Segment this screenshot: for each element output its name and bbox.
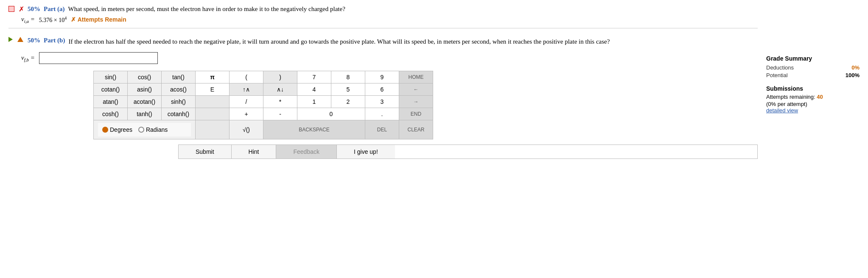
part-a-question: What speed, in meters per second, must t… (68, 4, 345, 14)
close-paren-button[interactable]: ) (263, 71, 297, 83)
acos-button[interactable]: acos() (162, 83, 196, 96)
minus-button[interactable]: - (263, 108, 297, 120)
content-area: ✗ 50% Part (a) What speed, in meters per… (8, 4, 758, 159)
main-container: ✗ 50% Part (a) What speed, in meters per… (0, 0, 868, 163)
num-5-button[interactable]: 5 (331, 83, 365, 96)
potential-label: Potential (766, 72, 788, 78)
detailed-view-label[interactable]: detailed view (766, 107, 798, 114)
calc-row-2: cotan() asin() acos() E ↑∧ ∧↓ 4 5 6 ← (94, 83, 433, 96)
potential-value: 100% (846, 72, 860, 78)
num-3-button[interactable]: 3 (365, 96, 399, 108)
calc-row-1: sin() cos() tan() π ( ) 7 8 9 HOME (94, 71, 433, 83)
part-b-header-row: 50% Part (b) If the electron has half th… (8, 37, 758, 47)
num-1-button[interactable]: 1 (297, 96, 331, 108)
cosh-button[interactable]: cosh() (94, 108, 128, 120)
radians-radio-button[interactable] (138, 127, 144, 133)
tanh-button[interactable]: tanh() (128, 108, 162, 120)
num-0-button[interactable]: 0 (297, 108, 365, 120)
calc-row-5: Degrees Radians √() BACKSPA (94, 120, 433, 139)
right-arrow-button[interactable]: → (399, 96, 433, 108)
feedback-button[interactable]: Feedback (276, 145, 336, 158)
del-button[interactable]: DEL (365, 120, 399, 139)
part-a-header-row: ✗ 50% Part (a) What speed, in meters per… (8, 4, 758, 14)
tan-button[interactable]: tan() (162, 71, 196, 83)
num-8-button[interactable]: 8 (331, 71, 365, 83)
cotan-button[interactable]: cotan() (94, 83, 128, 96)
num-9-button[interactable]: 9 (365, 71, 399, 83)
radio-group: Degrees Radians (98, 123, 191, 136)
cotanh-button[interactable]: cotanh() (162, 108, 196, 120)
sinh-button[interactable]: sinh() (162, 96, 196, 108)
play-icon (8, 37, 13, 42)
submissions-title: Submissions (766, 85, 860, 92)
hint-button[interactable]: Hint (232, 145, 277, 158)
attempts-label: Attempts remaining: (766, 94, 815, 100)
attempts-remaining-row: Attempts remaining: 40 (766, 94, 860, 100)
sqrt-button[interactable]: √() (230, 120, 263, 139)
sin-button[interactable]: sin() (94, 71, 128, 83)
part-a-label: Part (a) (44, 6, 65, 13)
calc-row-3: atan() acotan() sinh() / * 1 2 3 → (94, 96, 433, 108)
warning-icon (17, 37, 23, 42)
backspace-arrow-button[interactable]: ← (399, 83, 433, 96)
per-attempt-text: (0% per attempt) (766, 101, 860, 107)
atan-button[interactable]: atan() (94, 96, 128, 108)
cos-button[interactable]: cos() (128, 71, 162, 83)
calculator-section: sin() cos() tan() π ( ) 7 8 9 HOME (93, 71, 758, 159)
pi-button[interactable]: π (196, 71, 230, 83)
calc-row-4: cosh() tanh() cotanh() + - 0 . END (94, 108, 433, 120)
igiveup-button[interactable]: I give up! (337, 145, 395, 158)
empty-1 (196, 96, 230, 108)
deductions-value: 0% (851, 64, 860, 71)
attempts-value: 40 (817, 94, 823, 100)
part-b-answer-row: vf,b = (8, 52, 758, 64)
deductions-row: Deductions 0% (766, 64, 860, 71)
num-4-button[interactable]: 4 (297, 83, 331, 96)
potential-row: Potential 100% (766, 72, 860, 78)
num-2-button[interactable]: 2 (331, 96, 365, 108)
checkbox-icon (8, 6, 14, 12)
part-a-answer-row: vi,a = 5.376 × 104 ✗ Attempts Remain (8, 16, 758, 24)
radians-label: Radians (146, 126, 168, 133)
radio-cell: Degrees Radians (94, 120, 196, 139)
deductions-label: Deductions (766, 64, 794, 71)
plus-button[interactable]: + (230, 108, 263, 120)
acotan-button[interactable]: acotan() (128, 96, 162, 108)
num-7-button[interactable]: 7 (297, 71, 331, 83)
part-a-section: ✗ 50% Part (a) What speed, in meters per… (8, 4, 758, 28)
part-a-percent: 50% (28, 6, 40, 13)
detailed-view-link[interactable]: detailed view (766, 107, 860, 114)
open-paren-button[interactable]: ( (230, 71, 263, 83)
backspace-button[interactable]: BACKSPACE (263, 120, 365, 139)
part-b-answer-label: vf,b = (21, 54, 35, 62)
clear-button[interactable]: CLEAR (399, 120, 433, 139)
part-b-percent: 50% (28, 37, 40, 44)
e-button[interactable]: E (196, 83, 230, 96)
part-b-question: If the electron has half the speed neede… (68, 37, 758, 47)
calculator-table: sin() cos() tan() π ( ) 7 8 9 HOME (93, 71, 433, 139)
degrees-radio-button[interactable] (102, 127, 108, 133)
divide-button[interactable]: / (230, 96, 263, 108)
empty-3 (196, 120, 230, 139)
action-buttons-row: Submit Hint Feedback I give up! (178, 145, 758, 159)
radians-radio-label[interactable]: Radians (138, 126, 168, 133)
up-arrow-button[interactable]: ↑∧ (230, 83, 263, 96)
degrees-radio-label[interactable]: Degrees (102, 126, 132, 133)
asin-button[interactable]: asin() (128, 83, 162, 96)
grade-summary-title: Grade Summary (766, 55, 860, 62)
submit-button[interactable]: Submit (179, 145, 232, 158)
part-a-answer-value: 5.376 × 104 (39, 16, 67, 24)
multiply-button[interactable]: * (263, 96, 297, 108)
part-b-section: 50% Part (b) If the electron has half th… (8, 33, 758, 159)
part-b-label: Part (b) (44, 37, 65, 44)
sidebar: Grade Summary Deductions 0% Potential 10… (766, 4, 860, 159)
attempts-remain-label: ✗ Attempts Remain (71, 16, 126, 23)
decimal-button[interactable]: . (365, 108, 399, 120)
part-a-answer-label: vi,a = (21, 16, 35, 24)
red-x-icon: ✗ (19, 5, 24, 13)
end-button[interactable]: END (399, 108, 433, 120)
answer-input[interactable] (39, 52, 158, 64)
num-6-button[interactable]: 6 (365, 83, 399, 96)
down-arrow-button[interactable]: ∧↓ (263, 83, 297, 96)
home-button[interactable]: HOME (399, 71, 433, 83)
